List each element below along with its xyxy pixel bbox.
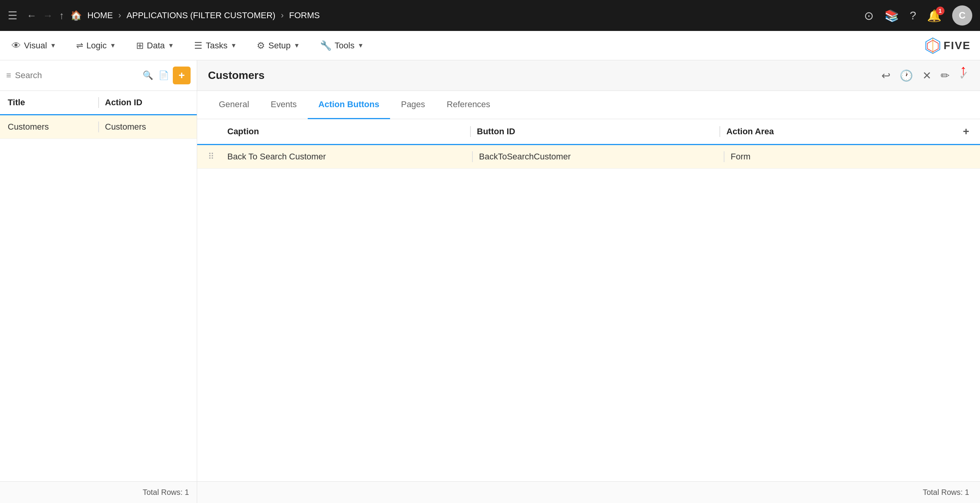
inner-add-button[interactable]: +: [963, 125, 969, 138]
tasks-label: Tasks: [206, 41, 227, 51]
inner-table-row[interactable]: ⠿ Back To Search Customer BackToSearchCu…: [197, 145, 980, 169]
tab-references[interactable]: References: [436, 91, 501, 119]
tools-label: Tools: [335, 41, 355, 51]
tab-events[interactable]: Events: [260, 91, 307, 119]
logic-arrow: ▼: [110, 42, 116, 49]
tools-icon: 🔧: [320, 40, 332, 51]
search-bar: ≡ 🔍 📄 +: [0, 60, 197, 91]
row-divider-2: [724, 151, 724, 162]
left-row-title: Customers: [8, 122, 92, 132]
search-input[interactable]: [15, 70, 139, 80]
visual-icon: 👁: [12, 40, 21, 51]
tab-pages[interactable]: Pages: [390, 91, 436, 119]
check-icon[interactable]: ✓: [959, 68, 969, 83]
hamburger-icon[interactable]: ☰: [8, 9, 17, 22]
back-arrow-icon[interactable]: ←: [27, 10, 37, 22]
toolbar-tools[interactable]: 🔧 Tools ▼: [318, 36, 366, 55]
tab-general[interactable]: General: [208, 91, 260, 119]
data-label: Data: [147, 41, 165, 51]
header-actions: ↩ 🕐 ✕ ✏ ✓ ↑: [881, 68, 969, 83]
bc-label-home[interactable]: HOME: [87, 10, 113, 21]
forward-arrow-icon[interactable]: →: [43, 10, 53, 22]
settings-icon[interactable]: ⊙: [864, 9, 874, 22]
tabs-bar: General Events Action Buttons Pages Refe…: [197, 91, 980, 119]
inner-divider-1: [470, 126, 471, 137]
tab-action-buttons[interactable]: Action Buttons: [308, 91, 390, 119]
left-table-header: Title Action ID: [0, 91, 197, 115]
toolbar-visual[interactable]: 👁 Visual ▼: [9, 36, 58, 55]
left-panel: ≡ 🔍 📄 + Title Action ID Customers Custom…: [0, 60, 197, 503]
logic-label: Logic: [86, 41, 107, 51]
breadcrumb-sep-1: ›: [118, 10, 121, 21]
home-icon[interactable]: 🏠: [70, 10, 82, 21]
col-action-area-label: Action Area: [726, 127, 963, 137]
notification-icon[interactable]: 🔔 1: [927, 9, 941, 22]
main-content: ≡ 🔍 📄 + Title Action ID Customers Custom…: [0, 60, 980, 503]
left-total-rows: Total Rows: 1: [143, 488, 189, 496]
edit-icon[interactable]: ✏: [941, 69, 949, 82]
setup-icon: ⚙: [257, 40, 265, 51]
setup-label: Setup: [268, 41, 291, 51]
toolbar-tasks[interactable]: ☰ Tasks ▼: [192, 36, 239, 55]
help-icon[interactable]: ?: [910, 9, 916, 22]
five-logo: FIVE: [924, 37, 971, 54]
logic-icon: ⇌: [76, 41, 83, 51]
bc-label-forms[interactable]: FORMS: [289, 10, 320, 21]
toolbar-setup[interactable]: ⚙ Setup ▼: [254, 36, 302, 55]
visual-label: Visual: [24, 41, 47, 51]
left-row-action-id: Customers: [105, 122, 189, 132]
five-logo-icon: [924, 37, 941, 54]
right-panel-footer: Total Rows: 1: [197, 481, 980, 503]
right-panel: Customers ↩ 🕐 ✕ ✏ ✓ ↑ General Events Act…: [197, 60, 980, 503]
col-caption-label: Caption: [227, 127, 464, 137]
books-icon[interactable]: 📚: [885, 9, 899, 22]
panel-title: Customers: [208, 69, 881, 82]
panel-header: Customers ↩ 🕐 ✕ ✏ ✓ ↑: [197, 60, 980, 91]
col-button-id-label: Button ID: [477, 127, 714, 137]
top-navigation: ☰ ← → ↑ 🏠 HOME › APPLICATIONS (FILTER CU…: [0, 0, 980, 31]
col-action-id-label: Action ID: [105, 98, 189, 108]
data-icon: ⊞: [136, 40, 144, 51]
undo-icon[interactable]: ↩: [881, 69, 890, 82]
row-divider-1: [472, 151, 473, 162]
avatar[interactable]: C: [952, 5, 972, 26]
up-arrow-icon[interactable]: ↑: [59, 10, 64, 22]
breadcrumb: 🏠 HOME › APPLICATIONS (FILTER CUSTOMER) …: [70, 10, 320, 21]
document-icon[interactable]: 📄: [159, 70, 169, 80]
drag-handle-icon[interactable]: ⠿: [208, 152, 227, 162]
search-icon[interactable]: 🔍: [143, 70, 153, 80]
row-caption: Back To Search Customer: [227, 152, 466, 162]
right-total-rows: Total Rows: 1: [923, 488, 969, 496]
visual-arrow: ▼: [50, 42, 56, 49]
bc-label-applications[interactable]: APPLICATIONS (FILTER CUSTOMER): [126, 10, 275, 21]
notification-badge: 1: [936, 7, 944, 15]
history-icon[interactable]: 🕐: [900, 69, 913, 82]
col-divider: [98, 97, 99, 108]
inner-table-header: Caption Button ID Action Area +: [197, 119, 980, 145]
breadcrumb-sep-2: ›: [281, 10, 283, 21]
row-action-area: Form: [731, 152, 969, 162]
setup-arrow: ▼: [294, 42, 300, 49]
left-table-row[interactable]: Customers Customers: [0, 115, 197, 139]
top-right-icons: ⊙ 📚 ? 🔔 1 C: [864, 5, 972, 26]
tasks-icon: ☰: [194, 40, 203, 51]
left-panel-footer: Total Rows: 1: [0, 481, 197, 503]
row-button-id: BackToSearchCustomer: [479, 152, 718, 162]
second-toolbar: 👁 Visual ▼ ⇌ Logic ▼ ⊞ Data ▼ ☰ Tasks ▼ …: [0, 31, 980, 60]
tools-arrow: ▼: [358, 42, 364, 49]
filter-icon[interactable]: ≡: [6, 70, 11, 80]
tasks-arrow: ▼: [230, 42, 237, 49]
toolbar-logic[interactable]: ⇌ Logic ▼: [74, 37, 118, 55]
close-icon[interactable]: ✕: [922, 69, 931, 82]
inner-divider-2: [719, 126, 720, 137]
add-button[interactable]: +: [173, 67, 191, 84]
left-row-divider: [98, 121, 99, 132]
inner-table: Caption Button ID Action Area + ⠿ Back T…: [197, 119, 980, 481]
five-logo-text: FIVE: [944, 39, 971, 52]
toolbar-data[interactable]: ⊞ Data ▼: [134, 36, 176, 55]
data-arrow: ▼: [168, 42, 174, 49]
col-title-label: Title: [8, 98, 92, 108]
